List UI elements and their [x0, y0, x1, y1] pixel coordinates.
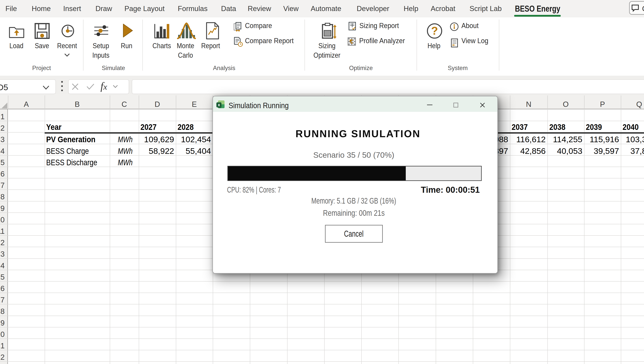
- svg-text:?: ?: [431, 24, 438, 37]
- svg-text:x: x: [218, 102, 220, 107]
